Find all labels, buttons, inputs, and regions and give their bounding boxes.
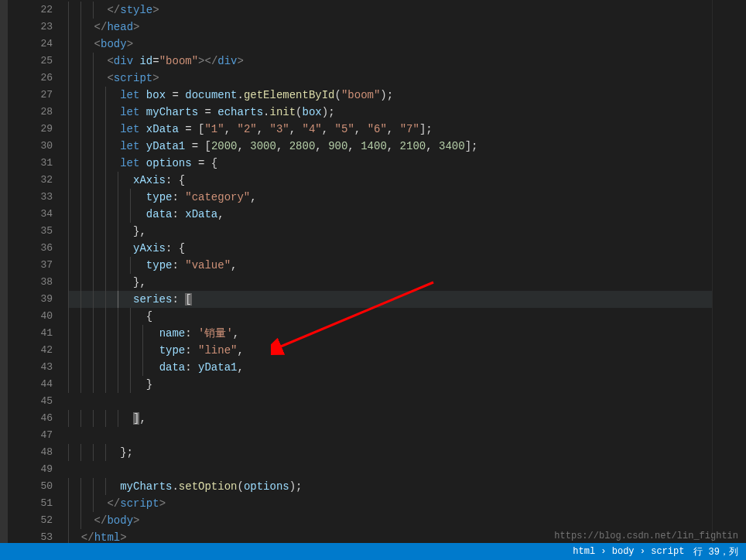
code-line[interactable]: }; [68,444,712,461]
code-line[interactable]: type: "category", [68,189,712,206]
line-number: 32 [8,172,68,189]
line-number: 33 [8,189,68,206]
code-line[interactable]: let box = document.getElementById("boom"… [68,87,712,104]
code-line[interactable]: name: '销量', [68,325,712,342]
code-line[interactable]: let xData = ["1", "2", "3", "4", "5", "6… [68,121,712,138]
status-bar: html › body › script 行 39，列 [0,543,746,560]
code-line[interactable]: myCharts.setOption(options); [68,478,712,495]
line-number: 23 [8,19,68,36]
line-number: 38 [8,274,68,291]
code-line[interactable]: let options = { [68,155,712,172]
code-line[interactable]: data: xData, [68,206,712,223]
line-number: 52 [8,512,68,529]
line-number: 22 [8,2,68,19]
code-editor[interactable]: </style> </head> <body> <div id="boom"><… [68,0,712,543]
cursor-position[interactable]: 行 39，列 [693,545,738,558]
code-line[interactable]: }, [68,223,712,240]
line-number: 40 [8,308,68,325]
line-number: 47 [8,427,68,444]
line-number: 39 [8,291,68,308]
editor-container: 2223242526272829303132333435363738394041… [0,0,746,543]
line-number: 31 [8,155,68,172]
breadcrumb[interactable]: html › body › script [573,546,684,557]
line-number: 49 [8,461,68,478]
code-line[interactable]: <body> [68,36,712,53]
line-number: 43 [8,359,68,376]
activity-bar [0,0,8,543]
code-line[interactable]: let yData1 = [2000, 3000, 2800, 900, 140… [68,138,712,155]
minimap[interactable] [712,0,735,543]
line-number: 46 [8,410,68,427]
code-line[interactable]: } [68,376,712,393]
line-number: 29 [8,121,68,138]
line-number: 25 [8,53,68,70]
line-number: 24 [8,36,68,53]
line-number: 45 [8,393,68,410]
line-number: 28 [8,104,68,121]
line-number: 41 [8,325,68,342]
code-line[interactable] [68,427,712,444]
code-line[interactable] [68,461,712,478]
line-number: 27 [8,87,68,104]
code-line[interactable]: type: "line", [68,342,712,359]
line-number: 35 [8,223,68,240]
code-line[interactable]: { [68,308,712,325]
code-line[interactable]: ], [68,410,712,427]
code-line[interactable]: yAxis: { [68,240,712,257]
watermark-text: https://blog.csdn.net/lin_fightin [554,531,738,541]
code-line[interactable]: </script> [68,495,712,512]
code-line[interactable]: xAxis: { [68,172,712,189]
code-line[interactable]: </head> [68,19,712,36]
line-number: 30 [8,138,68,155]
line-number: 50 [8,478,68,495]
code-line[interactable]: </body> [68,512,712,529]
line-number: 51 [8,495,68,512]
line-number: 44 [8,376,68,393]
line-number: 36 [8,240,68,257]
line-number: 26 [8,70,68,87]
code-line[interactable]: <div id="boom"></div> [68,53,712,70]
code-line[interactable]: let myCharts = echarts.init(box); [68,104,712,121]
code-line[interactable]: <script> [68,70,712,87]
line-number: 42 [8,342,68,359]
line-number: 48 [8,444,68,461]
code-line[interactable]: }, [68,274,712,291]
line-number-gutter: 2223242526272829303132333435363738394041… [8,0,68,543]
line-number: 37 [8,257,68,274]
code-line[interactable] [68,393,712,410]
line-number: 34 [8,206,68,223]
vertical-scrollbar[interactable] [735,0,746,543]
code-line[interactable]: data: yData1, [68,359,712,376]
code-line[interactable]: series: [ [68,291,712,308]
code-line[interactable]: </style> [68,2,712,19]
code-line[interactable]: type: "value", [68,257,712,274]
